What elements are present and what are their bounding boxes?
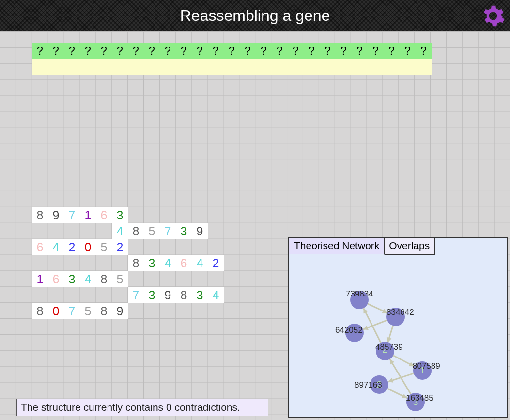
node-label: 739834 [346,289,373,299]
network-graph[interactable]: 7398348346426420524485739180758928971633… [289,255,507,417]
digit-cell: 5 [96,239,112,255]
target-cell: ? [400,43,416,59]
digit-cell: 4 [48,239,64,255]
digit-cell: 8 [96,303,112,319]
target-cell: ? [256,43,272,59]
digit-cell: 8 [128,255,144,271]
digit-cell: 4 [160,255,176,271]
digit-cell: 8 [96,271,112,287]
digit-cell: 5 [112,271,128,287]
settings-button[interactable] [481,4,505,32]
digit-cell: 3 [176,223,192,239]
digit-cell: 6 [176,255,192,271]
digit-cell: 8 [176,287,192,303]
digit-cell: 5 [144,223,160,239]
target-cell: ? [48,43,64,59]
target-cell: ? [192,43,208,59]
fragment-807589[interactable]: 807589 [32,303,128,319]
fragment-834642[interactable]: 834642 [128,255,224,271]
digit-cell: 8 [32,207,48,223]
digit-cell: 2 [112,239,128,255]
digit-cell: 6 [32,239,48,255]
svg-marker-11 [388,378,393,383]
target-cell: ? [416,43,432,59]
digit-cell: 3 [144,255,160,271]
digit-cell: 4 [208,287,224,303]
digit-cell: 9 [112,303,128,319]
target-cell: ? [224,43,240,59]
node-label: 163485 [406,393,433,403]
target-cell: ? [384,43,400,59]
digit-cell: 5 [80,303,96,319]
target-cell: ? [240,43,256,59]
target-cell: ? [160,43,176,59]
page-title: Reassembling a gene [180,7,330,25]
target-cell: ? [176,43,192,59]
svg-line-14 [390,359,411,394]
target-cell: ? [144,43,160,59]
target-cell: ? [96,43,112,59]
digit-cell: 3 [112,207,128,223]
fragment-897163[interactable]: 897163 [32,207,128,223]
node-label: 834642 [386,308,414,317]
digit-cell: 0 [80,239,96,255]
tab-bar: Theorised Network Overlaps [289,238,507,255]
digit-cell: 0 [48,303,64,319]
digit-cell: 4 [80,271,96,287]
header: Reassembling a gene [0,0,510,31]
node-label: 642052 [335,326,363,335]
target-cell: ? [208,43,224,59]
target-cell: ? [64,43,80,59]
target-cell: ? [112,43,128,59]
digit-cell: 1 [80,207,96,223]
fragment-485739[interactable]: 485739 [112,223,208,239]
digit-cell: 7 [128,287,144,303]
fragment-642052[interactable]: 642052 [32,239,128,255]
digit-cell: 4 [112,223,128,239]
target-cell: ? [288,43,304,59]
digit-cell: 8 [32,303,48,319]
digit-cell: 3 [192,287,208,303]
target-row: ????????????????????????? [32,43,432,59]
digit-cell: 6 [96,207,112,223]
target-cell: ? [32,43,48,59]
node-label: 485739 [375,342,403,352]
digit-cell: 9 [160,287,176,303]
svg-line-6 [363,308,381,343]
gear-icon [481,14,505,31]
digit-cell: 9 [192,223,208,239]
digit-cell: 3 [64,271,80,287]
target-cell: ? [128,43,144,59]
digit-cell: 6 [48,271,64,287]
target-cell: ? [352,43,368,59]
digit-cell: 3 [144,287,160,303]
digit-cell: 7 [64,207,80,223]
target-cell: ? [320,43,336,59]
digit-cell: 2 [64,239,80,255]
overlay-panel: Theorised Network Overlaps 7398348346426… [288,237,508,418]
target-cell: ? [304,43,320,59]
digit-cell: 7 [64,303,80,319]
target-cell: ? [80,43,96,59]
node-label: 897163 [355,380,382,390]
digit-cell: 9 [48,207,64,223]
tab-overlaps[interactable]: Overlaps [383,237,435,255]
digit-cell: 7 [160,223,176,239]
digit-cell: 2 [208,255,224,271]
node-label: 807589 [413,361,440,371]
digit-cell: 8 [128,223,144,239]
digit-cell: 1 [32,271,48,287]
status-message: The structure currently contains 0 contr… [16,399,268,416]
digit-cell: 4 [192,255,208,271]
hint-row [32,59,432,75]
fragment-163485[interactable]: 163485 [32,271,128,287]
target-cell: ? [368,43,384,59]
fragment-739834[interactable]: 739834 [128,287,224,303]
game-board[interactable]: ????????????????????????? 89716348573964… [0,31,510,420]
target-cell: ? [272,43,288,59]
tab-theorised-network[interactable]: Theorised Network [288,237,385,255]
target-cell: ? [336,43,352,59]
